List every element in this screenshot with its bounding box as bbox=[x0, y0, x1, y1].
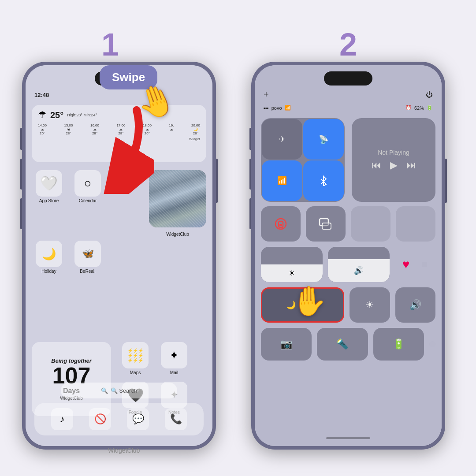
cc-dot1 bbox=[422, 262, 427, 267]
status-bar-1: 12:48 bbox=[34, 92, 204, 98]
search-text: 🔍 Search bbox=[111, 387, 138, 394]
play-btn[interactable]: ▶ bbox=[390, 160, 398, 171]
cc-flashlight-btn[interactable]: 🔦 bbox=[317, 328, 368, 361]
cc-dot2 bbox=[429, 341, 435, 347]
mail-label: Mail bbox=[170, 370, 178, 375]
volume-icon: 🔊 bbox=[354, 266, 364, 275]
phone-2: + ⏻ ▪▪▪ povo 📶 ⏰ 62% 🔋 ✈ 📡 📶 bbox=[251, 62, 445, 450]
cc-focus-row: 🌙 Focus ☀ 🔊 bbox=[261, 287, 435, 323]
cc-brightness-small[interactable]: ☀ bbox=[350, 287, 390, 323]
widget-club-large-label: WidgetClub bbox=[149, 232, 206, 237]
app-store-item[interactable]: 🤍 App Store bbox=[32, 170, 66, 203]
cc-hotspot-btn[interactable]: 📡 bbox=[303, 119, 344, 160]
cc-music-controls: ⏮ ▶ ⏭ bbox=[372, 160, 416, 171]
dock-safari[interactable]: 🚫 bbox=[89, 408, 111, 430]
search-icon: 🔍 bbox=[101, 387, 108, 394]
svg-rect-3 bbox=[279, 224, 282, 226]
battery-label: 62% bbox=[414, 105, 424, 111]
app-store-icon: 🤍 bbox=[36, 170, 62, 197]
calendar-label: Calendar bbox=[79, 198, 97, 203]
time-display: 12:48 bbox=[34, 92, 49, 98]
step-2-label: 2 bbox=[339, 26, 357, 63]
volume-fill: 🔊 bbox=[328, 259, 390, 282]
cc-camera-btn[interactable]: 📷 bbox=[261, 328, 312, 361]
signal-icon: ▪▪▪ bbox=[264, 105, 269, 111]
cc-airplane-btn[interactable]: ✈ bbox=[262, 119, 302, 160]
cc-sliders-row: ☀ 🔊 ♥ bbox=[261, 247, 435, 282]
search-bar[interactable]: 🔍 🔍 Search bbox=[61, 383, 177, 398]
dock-messages[interactable]: 💬 bbox=[127, 408, 149, 430]
dock: ♪ 🚫 💬 📞 bbox=[34, 403, 204, 435]
cc-bottom-row: 📷 🔦 🔋 bbox=[261, 328, 435, 361]
cc-volume-slider[interactable]: 🔊 bbox=[328, 247, 390, 282]
ci-label: WidgetClub bbox=[108, 447, 140, 454]
cc-battery-btn[interactable]: 🔋 bbox=[373, 328, 424, 361]
bereal-icon: 🦋 bbox=[74, 241, 101, 267]
cc-wifi-btn[interactable]: 📶 bbox=[262, 160, 302, 201]
dynamic-island-2 bbox=[324, 71, 372, 86]
maps-item[interactable]: ⚡⚡⚡⚡⚡⚡⚡⚡⚡ Maps bbox=[118, 342, 152, 375]
marble-texture bbox=[149, 170, 206, 227]
cc-empty-tile2 bbox=[396, 206, 435, 242]
bereal-item[interactable]: 🦋 BeReal. bbox=[71, 241, 105, 274]
next-btn[interactable]: ⏭ bbox=[406, 160, 416, 171]
cc-brightness-slider[interactable]: ☀ bbox=[261, 247, 323, 282]
swipe-label: Swipe bbox=[112, 71, 145, 84]
mail-item[interactable]: ✦ Mail bbox=[157, 342, 191, 375]
phone2-screen: + ⏻ ▪▪▪ povo 📶 ⏰ 62% 🔋 ✈ 📡 📶 bbox=[255, 65, 442, 446]
cc-plus-icon[interactable]: + bbox=[264, 89, 269, 100]
battery-icon: 🔋 bbox=[427, 105, 433, 111]
not-playing-label: Not Playing bbox=[378, 149, 409, 156]
bereal-label: BeReal. bbox=[80, 269, 96, 274]
app-row-2: 🌙 Holiday 🦋 BeReal. bbox=[32, 241, 206, 274]
holiday-item[interactable]: 🌙 Holiday bbox=[32, 241, 66, 274]
cc-orientation-lock[interactable] bbox=[261, 206, 301, 242]
dock-music[interactable]: ♪ bbox=[51, 408, 73, 430]
holiday-icon: 🌙 bbox=[36, 241, 62, 267]
cc-status: ▪▪▪ povo 📶 ⏰ 62% 🔋 bbox=[264, 105, 433, 111]
cc-empty-tile bbox=[351, 206, 390, 242]
maps-icon: ⚡⚡⚡⚡⚡⚡⚡⚡⚡ bbox=[122, 342, 149, 368]
maps-label: Maps bbox=[130, 370, 141, 375]
cc-music-widget[interactable]: Not Playing ⏮ ▶ ⏭ bbox=[352, 118, 435, 202]
home-indicator-2 bbox=[326, 437, 370, 439]
cc-volume-small[interactable]: 🔊 bbox=[395, 287, 436, 323]
cc-connectivity-block: ✈ 📡 📶 bbox=[261, 118, 345, 202]
cc-header: + ⏻ bbox=[264, 89, 433, 100]
prev-btn[interactable]: ⏮ bbox=[372, 160, 381, 171]
brightness-icon: ☀ bbox=[288, 268, 295, 278]
svg-rect-5 bbox=[322, 223, 331, 229]
hand-cursor-2: 🤚 bbox=[291, 286, 327, 315]
weather-icon: ☂ bbox=[38, 109, 47, 121]
wifi-icon: 📶 bbox=[285, 105, 291, 111]
holiday-label: Holiday bbox=[41, 269, 56, 274]
app-store-label: App Store bbox=[39, 198, 59, 203]
alarm-icon: ⏰ bbox=[405, 105, 412, 111]
carrier-label: povo bbox=[271, 105, 282, 111]
cc-bluetooth-btn[interactable] bbox=[303, 160, 344, 201]
cc-heart-icon: ♥ bbox=[395, 247, 417, 282]
weather-temp: 25° bbox=[50, 110, 63, 120]
widget-club-large-icon[interactable] bbox=[149, 170, 206, 227]
step-1-label: 1 bbox=[101, 26, 119, 63]
cc-mid-row bbox=[261, 206, 435, 242]
dock-phone[interactable]: 📞 bbox=[165, 408, 187, 430]
cc-screen-mirror[interactable] bbox=[306, 206, 346, 242]
mail-icon: ✦ bbox=[161, 342, 187, 368]
app-row-3: ⚡⚡⚡⚡⚡⚡⚡⚡⚡ Maps ✦ Mail bbox=[118, 342, 206, 375]
brightness-fill: ☀ bbox=[261, 264, 323, 282]
cc-power-icon[interactable]: ⏻ bbox=[426, 91, 433, 99]
